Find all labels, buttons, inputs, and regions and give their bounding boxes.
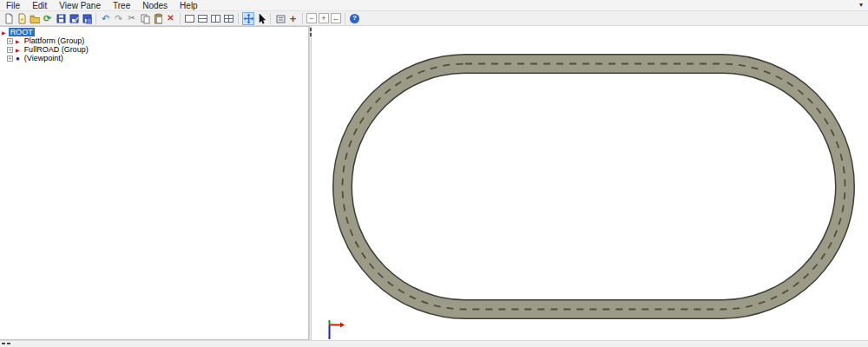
axis-x-arrowhead-icon bbox=[340, 323, 345, 328]
split-vertical-icon bbox=[211, 15, 220, 23]
expand-icon[interactable]: + bbox=[7, 56, 13, 62]
new-from-file-icon bbox=[16, 13, 27, 24]
road-track-edge[interactable] bbox=[343, 64, 845, 310]
insert-node-button[interactable] bbox=[274, 12, 286, 25]
expand-icon[interactable]: + bbox=[7, 38, 13, 44]
toolbar: ⟳ ↶ ↷ ✂ ✕ bbox=[0, 11, 868, 26]
copy-icon bbox=[140, 13, 150, 24]
new-file-icon bbox=[3, 13, 14, 24]
split-horizontal-icon bbox=[198, 15, 207, 23]
toolbar-separator bbox=[270, 13, 271, 24]
add-node-button[interactable]: + bbox=[287, 12, 299, 25]
menu-tree[interactable]: Tree bbox=[107, 0, 136, 11]
node-arrow-icon: ▶ bbox=[16, 38, 20, 44]
paste-icon bbox=[153, 13, 163, 24]
main-area: ▶ ROOT + ▶ Plattform (Group) + ▶ FullROA… bbox=[0, 26, 868, 340]
undo-button[interactable]: ↶ bbox=[100, 12, 112, 25]
quad-pane-button[interactable] bbox=[223, 12, 235, 25]
insert-node-icon bbox=[275, 13, 286, 24]
redo-button[interactable]: ↷ bbox=[113, 12, 125, 25]
viewport-3d[interactable] bbox=[312, 26, 868, 340]
save-as-icon bbox=[69, 13, 79, 24]
tree-node-fullroad[interactable]: + ▶ FullROAD (Group) bbox=[0, 45, 308, 54]
road-track-surface[interactable] bbox=[343, 64, 845, 310]
road-track-centerline bbox=[343, 64, 845, 310]
axis-triad bbox=[330, 320, 345, 339]
move-tool-button[interactable] bbox=[242, 12, 254, 25]
save-as-button[interactable] bbox=[68, 12, 80, 25]
tree-node-label[interactable]: Plattform (Group) bbox=[23, 36, 87, 45]
new-from-file-button[interactable] bbox=[16, 12, 28, 25]
toolbar-separator bbox=[345, 13, 345, 24]
toolbar-separator bbox=[302, 13, 303, 24]
quad-pane-icon bbox=[224, 15, 233, 23]
node-arrow-icon: ▶ bbox=[2, 29, 6, 36]
menu-file[interactable]: File bbox=[0, 0, 26, 11]
help-button[interactable]: ? bbox=[349, 12, 361, 25]
resize-grip[interactable] bbox=[2, 343, 5, 344]
tree-node-label[interactable]: FullROAD (Group) bbox=[23, 45, 90, 54]
select-tool-button[interactable] bbox=[255, 12, 267, 25]
paste-button[interactable] bbox=[152, 12, 164, 25]
viewpoint-icon: ● bbox=[16, 55, 20, 62]
view-back-button[interactable]: ← bbox=[331, 13, 341, 23]
help-icon: ? bbox=[350, 14, 359, 23]
node-arrow-icon: ▶ bbox=[16, 47, 20, 53]
menu-edit[interactable]: Edit bbox=[26, 0, 53, 11]
save-icon bbox=[56, 13, 66, 24]
single-pane-icon bbox=[185, 15, 194, 23]
open-folder-button[interactable] bbox=[29, 12, 41, 25]
tree-node-root[interactable]: ▶ ROOT bbox=[0, 28, 308, 36]
bottom-strip bbox=[0, 340, 868, 347]
menu-overflow-icon[interactable]: ▾ bbox=[859, 0, 863, 10]
tree-node-plattform[interactable]: + ▶ Plattform (Group) bbox=[0, 36, 308, 45]
zoom-in-button[interactable]: + bbox=[319, 13, 329, 23]
menu-view-pane[interactable]: View Pane bbox=[53, 0, 107, 11]
open-folder-icon bbox=[30, 13, 40, 24]
toolbar-separator bbox=[180, 13, 181, 24]
expand-icon[interactable]: + bbox=[7, 47, 13, 53]
cut-button[interactable]: ✂ bbox=[126, 12, 138, 25]
toolbar-separator bbox=[95, 13, 96, 24]
zoom-out-button[interactable]: − bbox=[306, 13, 317, 23]
menu-help[interactable]: Help bbox=[174, 0, 204, 11]
save-button[interactable] bbox=[55, 12, 67, 25]
resize-grip[interactable] bbox=[7, 343, 10, 344]
tree-node-label[interactable]: (Viewpoint) bbox=[23, 54, 65, 62]
delete-button[interactable]: ✕ bbox=[165, 12, 177, 25]
new-file-button[interactable] bbox=[3, 12, 15, 25]
tree-node-viewpoint[interactable]: + ● (Viewpoint) bbox=[0, 54, 308, 62]
save-copy-button[interactable] bbox=[81, 12, 93, 25]
tree-node-label[interactable]: ROOT bbox=[9, 28, 35, 36]
split-vertical-button[interactable] bbox=[210, 12, 222, 25]
toolbar-separator bbox=[238, 13, 239, 24]
scene-tree-panel[interactable]: ▶ ROOT + ▶ Plattform (Group) + ▶ FullROA… bbox=[0, 26, 309, 340]
scene-tree: ▶ ROOT + ▶ Plattform (Group) + ▶ FullROA… bbox=[0, 27, 308, 62]
copy-button[interactable] bbox=[139, 12, 151, 25]
move-arrows-icon bbox=[243, 13, 253, 24]
single-pane-button[interactable] bbox=[184, 12, 196, 25]
menu-nodes[interactable]: Nodes bbox=[136, 0, 174, 11]
scene-canvas[interactable] bbox=[312, 26, 868, 340]
cursor-arrow-icon bbox=[256, 13, 266, 24]
reload-button[interactable]: ⟳ bbox=[42, 12, 54, 25]
save-copy-icon bbox=[82, 13, 92, 24]
menu-bar: File Edit View Pane Tree Nodes Help ▾ bbox=[0, 0, 868, 11]
split-horizontal-button[interactable] bbox=[197, 12, 209, 25]
